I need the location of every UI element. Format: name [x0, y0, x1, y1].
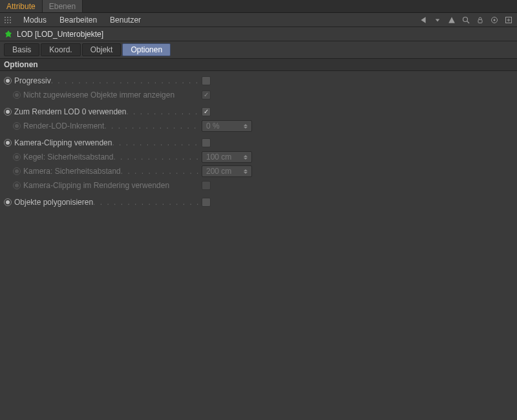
input-cone-safety: 100 cm	[202, 151, 252, 163]
nav-up-icon[interactable]	[447, 16, 456, 25]
attribute-subtabs: Basis Koord. Objekt Optionen	[0, 41, 517, 59]
subtab-objekt[interactable]: Objekt	[82, 43, 121, 56]
radio-render-lod0[interactable]	[4, 108, 12, 116]
target-icon[interactable]	[490, 16, 499, 25]
lock-icon[interactable]	[476, 16, 485, 25]
new-element-icon[interactable]	[504, 16, 513, 25]
subtab-basis[interactable]: Basis	[4, 43, 39, 56]
drag-handle-icon[interactable]	[4, 16, 12, 24]
label-cam-safety: Kamera: Sicherheitsabstand	[23, 167, 121, 176]
dots: . . . . . . . . . . . . . . .	[121, 167, 199, 176]
subtab-optionen[interactable]: Optionen	[122, 43, 171, 56]
tab-ebenen[interactable]: Ebenen	[43, 0, 83, 12]
row-render-lod-inc: Render-LOD-Inkrement . . . . . . . . . .…	[13, 119, 513, 133]
svg-point-4	[494, 19, 496, 21]
tab-attribute[interactable]: Attribute	[0, 0, 43, 12]
radio-camera-clipping[interactable]	[4, 139, 12, 147]
radio-cam-clip-render	[13, 182, 21, 189]
radio-cam-safety	[13, 167, 21, 175]
spinner-icon	[244, 121, 250, 131]
menu-benutzer[interactable]: Benutzer	[103, 16, 147, 25]
lod-object-icon	[4, 30, 13, 39]
row-show-unassigned: Nicht zugewiesene Objekte immer anzeigen	[13, 88, 513, 102]
label-cam-clip-render: Kamera-Clipping im Rendering verwenden	[23, 181, 169, 190]
nav-dropdown-icon[interactable]	[433, 16, 442, 25]
options-panel: Progressiv . . . . . . . . . . . . . . .…	[0, 71, 517, 212]
search-icon[interactable]	[461, 16, 470, 25]
checkbox-render-lod0[interactable]	[202, 107, 211, 116]
svg-rect-2	[478, 19, 482, 23]
window-tabstrip: Attribute Ebenen	[0, 0, 517, 13]
menu-modus[interactable]: Modus	[17, 16, 53, 25]
label-cone-safety: Kegel: Sicherheitsabstand	[23, 152, 113, 162]
radio-show-unassigned	[13, 91, 21, 99]
checkbox-show-unassigned	[202, 90, 211, 100]
row-cam-safety: Kamera: Sicherheitsabstand . . . . . . .…	[13, 164, 513, 178]
label-progressive: Progressiv	[14, 76, 51, 85]
checkbox-polygonize[interactable]	[202, 198, 211, 207]
row-render-lod0: Zum Rendern LOD 0 verwenden . . . . . . …	[4, 105, 513, 119]
input-cone-safety-value: 100 cm	[206, 152, 231, 162]
row-polygonize: Objekte polygonisieren . . . . . . . . .…	[4, 195, 513, 209]
radio-polygonize[interactable]	[4, 198, 12, 206]
dots: . . . . . . . . . . . . . . . . . . . . …	[51, 76, 199, 85]
radio-progressive[interactable]	[4, 77, 12, 85]
label-show-unassigned: Nicht zugewiesene Objekte immer anzeigen	[23, 90, 174, 100]
dots: . . . . . . . . . . . . . . . . . . . . …	[104, 121, 199, 131]
svg-point-0	[463, 17, 468, 21]
radio-render-lod-inc	[13, 122, 21, 130]
attribute-menubar: Modus Bearbeiten Benutzer	[0, 13, 517, 27]
radio-cone-safety	[13, 153, 21, 161]
object-header: LOD [LOD_Unterobjekte]	[0, 27, 517, 41]
checkbox-camera-clipping[interactable]	[202, 138, 211, 147]
spinner-icon	[244, 167, 250, 176]
checkbox-cam-clip-render	[202, 181, 211, 190]
dots: . . . . . . . . . . . . . . .	[112, 138, 199, 147]
dots: . . . . . . . . . . . .	[126, 107, 199, 116]
row-cone-safety: Kegel: Sicherheitsabstand . . . . . . . …	[13, 150, 513, 164]
row-camera-clipping: Kamera-Clipping verwenden . . . . . . . …	[4, 136, 513, 150]
object-title: LOD [LOD_Unterobjekte]	[17, 30, 103, 39]
row-progressive: Progressiv . . . . . . . . . . . . . . .…	[4, 74, 513, 88]
section-header-optionen: Optionen	[0, 59, 517, 71]
label-render-lod0: Zum Rendern LOD 0 verwenden	[14, 107, 126, 116]
label-camera-clipping: Kamera-Clipping verwenden	[14, 138, 112, 147]
input-render-lod-inc-value: 0 %	[206, 121, 220, 131]
spinner-icon	[244, 152, 250, 162]
checkbox-progressive[interactable]	[202, 76, 211, 85]
input-cam-safety: 200 cm	[202, 165, 252, 177]
label-render-lod-inc: Render-LOD-Inkrement	[23, 121, 104, 131]
row-cam-clip-render: Kamera-Clipping im Rendering verwenden	[13, 178, 513, 193]
input-render-lod-inc: 0 %	[202, 120, 252, 132]
menu-bearbeiten[interactable]: Bearbeiten	[53, 16, 103, 25]
label-polygonize: Objekte polygonisieren	[14, 198, 93, 207]
dots: . . . . . . . . . . . . . . . . . . . . …	[93, 198, 199, 207]
input-cam-safety-value: 200 cm	[206, 167, 231, 176]
subtab-koord[interactable]: Koord.	[41, 43, 80, 56]
dots: . . . . . . . . . . . . . . . .	[113, 152, 199, 162]
svg-line-1	[467, 21, 469, 23]
nav-back-icon[interactable]	[419, 16, 428, 25]
